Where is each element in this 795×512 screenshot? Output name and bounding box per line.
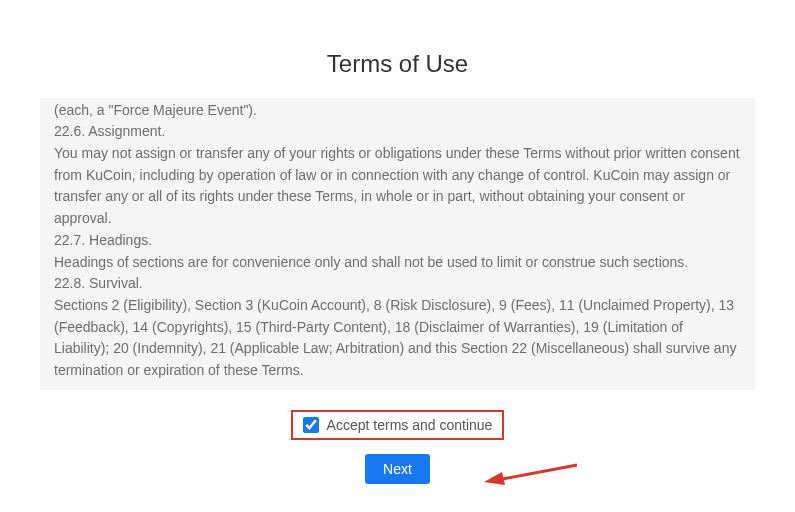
terms-line: 22.6. Assignment.: [54, 121, 741, 143]
terms-line: 22.8. Survival.: [54, 273, 741, 295]
page-title: Terms of Use: [40, 50, 755, 78]
terms-scrollbox[interactable]: power failure, or equipment or software …: [40, 98, 755, 390]
terms-line: Headings of sections are for convenience…: [54, 252, 741, 274]
accept-terms-label: Accept terms and continue: [327, 417, 493, 433]
terms-line: You may not assign or transfer any of yo…: [54, 143, 741, 230]
accept-terms-row[interactable]: Accept terms and continue: [291, 410, 505, 440]
svg-line-0: [497, 465, 577, 480]
terms-line: Sections 2 (Eligibility), Section 3 (KuC…: [54, 295, 741, 382]
next-button[interactable]: Next: [365, 454, 430, 484]
terms-line: power failure, or equipment or software …: [54, 98, 741, 121]
svg-marker-1: [484, 472, 505, 485]
terms-text: power failure, or equipment or software …: [54, 98, 741, 382]
terms-line: 22.7. Headings.: [54, 230, 741, 252]
accept-terms-checkbox[interactable]: [303, 417, 319, 433]
arrow-annotation-icon: [482, 460, 582, 490]
